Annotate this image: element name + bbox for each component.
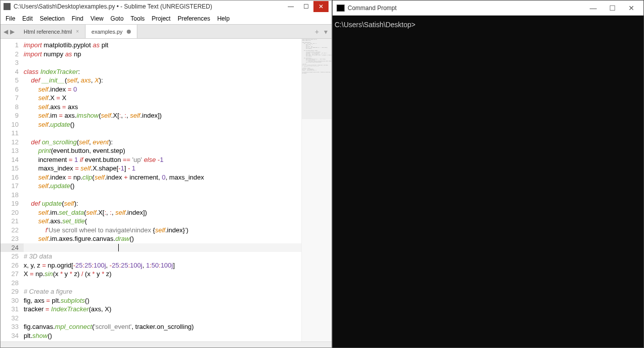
line-number[interactable]: 10 (3, 120, 19, 129)
code-line[interactable]: X = np.sin(x * y * z) / (x * y * z) (24, 270, 301, 279)
code-line[interactable] (24, 191, 301, 200)
code-line[interactable]: import numpy as np (24, 50, 301, 59)
maximize-button[interactable]: ☐ (298, 1, 313, 12)
line-number[interactable]: 18 (3, 191, 19, 200)
line-number[interactable]: 6 (3, 85, 19, 94)
line-number[interactable]: 34 (3, 331, 19, 340)
sublime-title: C:\Users\Satish\Desktop\examples.py • - … (14, 3, 283, 10)
horizontal-scrollbar[interactable] (1, 341, 332, 347)
line-number[interactable]: 23 (3, 234, 19, 243)
menu-edit[interactable]: Edit (19, 14, 36, 23)
cmd-maximize-button[interactable]: ☐ (604, 2, 620, 14)
line-number[interactable]: 28 (3, 279, 19, 288)
code-line[interactable]: fig, axs = plt.subplots() (24, 296, 301, 305)
menu-tools[interactable]: Tools (128, 14, 148, 23)
line-number[interactable]: 11 (3, 129, 19, 138)
line-number[interactable]: 33 (3, 322, 19, 331)
code-line[interactable] (24, 279, 301, 288)
code-line[interactable]: self.index = 0 (24, 85, 301, 94)
line-number[interactable]: 19 (3, 199, 19, 208)
code-line[interactable]: import matplotlib.pyplot as plt (24, 41, 301, 50)
line-number[interactable]: 9 (3, 111, 19, 120)
line-number[interactable]: 27 (3, 270, 19, 279)
code-line[interactable]: print(event.button, event.step) (24, 146, 301, 155)
code-line[interactable]: self.update() (24, 182, 301, 191)
line-number[interactable]: 26 (3, 261, 19, 270)
minimize-button[interactable]: — (283, 1, 298, 12)
code-line[interactable]: def on_scrolling(self, event): (24, 138, 301, 147)
cmd-title: Command Prompt (348, 5, 582, 12)
code-line[interactable]: self.axs = axs (24, 103, 301, 112)
code-line[interactable] (24, 314, 301, 323)
tab-menu-button[interactable]: ▾ (324, 28, 328, 36)
code-line[interactable]: class IndexTracker: (24, 67, 301, 76)
menu-view[interactable]: View (88, 14, 107, 23)
line-number[interactable]: 21 (3, 217, 19, 226)
code-line[interactable]: def update(self): (24, 199, 301, 208)
code-line[interactable]: increment = 1 if event.button == 'up' el… (24, 155, 301, 164)
line-number[interactable]: 4 (3, 67, 19, 76)
code-line[interactable]: self.axs.set_title( (24, 217, 301, 226)
code-line[interactable] (24, 243, 301, 252)
tab-examples-py[interactable]: examples.py (86, 25, 137, 38)
code-line[interactable]: self.im = axs.imshow(self.X[:, :, self.i… (24, 111, 301, 120)
code-line[interactable]: f'Use scroll wheel to navigate\nindex {s… (24, 226, 301, 235)
line-number[interactable]: 14 (3, 155, 19, 164)
line-number[interactable]: 15 (3, 164, 19, 173)
tab-html-reference-html[interactable]: Html reference.html× (18, 25, 86, 38)
code-line[interactable]: def __init__(self, axs, X): (24, 76, 301, 85)
code-line[interactable]: # Create a figure (24, 287, 301, 296)
cmd-minimize-button[interactable]: — (585, 2, 601, 14)
code-line[interactable]: plt.show() (24, 331, 301, 340)
cmd-titlebar[interactable]: Command Prompt — ☐ ✕ (333, 1, 643, 16)
nav-next-icon[interactable]: ▶ (10, 28, 15, 35)
code-line[interactable]: self.index = np.clip(self.index + increm… (24, 173, 301, 182)
menu-selection[interactable]: Selection (37, 14, 67, 23)
code-line[interactable] (24, 58, 301, 67)
code-line[interactable]: # 3D data (24, 252, 301, 261)
code-line[interactable]: self.X = X (24, 94, 301, 103)
code-line[interactable]: x, y, z = np.ogrid[-25:25:100j, -25:25:1… (24, 261, 301, 270)
line-number[interactable]: 32 (3, 314, 19, 323)
line-number[interactable]: 2 (3, 50, 19, 59)
menu-preferences[interactable]: Preferences (175, 14, 213, 23)
line-number[interactable]: 30 (3, 296, 19, 305)
line-number[interactable]: 29 (3, 287, 19, 296)
cmd-close-button[interactable]: ✕ (623, 2, 639, 14)
menu-file[interactable]: File (3, 14, 18, 23)
line-number[interactable]: 24 (1, 243, 24, 252)
line-number[interactable]: 25 (3, 252, 19, 261)
line-number[interactable]: 20 (3, 208, 19, 217)
menu-goto[interactable]: Goto (108, 14, 127, 23)
line-number-gutter[interactable]: 1234567891011121314151617181920212223242… (1, 39, 24, 341)
code-line[interactable]: self.update() (24, 120, 301, 129)
sublime-titlebar[interactable]: C:\Users\Satish\Desktop\examples.py • - … (1, 1, 332, 13)
line-number[interactable]: 8 (3, 103, 19, 112)
code-line[interactable]: self.im.set_data(self.X[:, :, self.index… (24, 208, 301, 217)
line-number[interactable]: 17 (3, 182, 19, 191)
code-line[interactable]: tracker = IndexTracker(axs, X) (24, 305, 301, 314)
line-number[interactable]: 1 (3, 41, 19, 50)
menu-project[interactable]: Project (149, 14, 174, 23)
new-tab-button[interactable]: + (315, 28, 319, 36)
code-line[interactable] (24, 129, 301, 138)
line-number[interactable]: 22 (3, 226, 19, 235)
code-line[interactable]: maxs_index = self.X.shape[-1] - 1 (24, 164, 301, 173)
line-number[interactable]: 13 (3, 146, 19, 155)
tab-close-icon[interactable]: × (76, 29, 79, 34)
nav-prev-icon[interactable]: ◀ (4, 28, 8, 35)
code-editor[interactable]: import matplotlib.pyplot as pltimport nu… (24, 39, 301, 341)
line-number[interactable]: 7 (3, 94, 19, 103)
line-number[interactable]: 16 (3, 173, 19, 182)
code-line[interactable]: self.im.axes.figure.canvas.draw() (24, 234, 301, 243)
line-number[interactable]: 31 (3, 305, 19, 314)
cmd-terminal[interactable]: C:\Users\Satish\Desktop> (333, 16, 643, 347)
line-number[interactable]: 12 (3, 138, 19, 147)
code-line[interactable]: fig.canvas.mpl_connect('scroll_event', t… (24, 322, 301, 331)
close-button[interactable]: ✕ (313, 1, 329, 12)
line-number[interactable]: 3 (3, 58, 19, 67)
minimap[interactable]: import matplotlib.pyplot as plt import n… (301, 39, 332, 341)
menu-find[interactable]: Find (68, 14, 86, 23)
menu-help[interactable]: Help (214, 14, 233, 23)
line-number[interactable]: 5 (3, 76, 19, 85)
